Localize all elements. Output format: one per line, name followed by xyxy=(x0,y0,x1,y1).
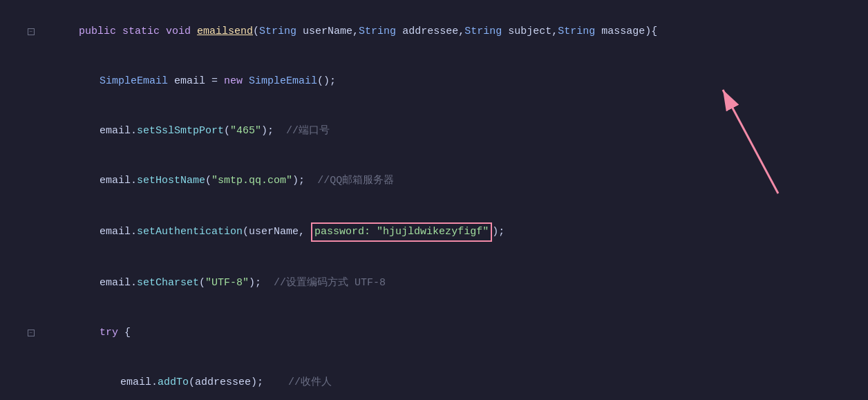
code-line-4: email.setHostName("smtp.qq.com"); //QQ邮箱… xyxy=(0,156,868,206)
brace-open-try: { xyxy=(124,327,131,339)
gutter-1: − xyxy=(14,28,41,35)
comment-port: //端口号 xyxy=(286,125,330,137)
close-1: ); xyxy=(261,125,286,137)
method-setcharset: setCharset xyxy=(137,277,199,289)
type-simpleemail-2: SimpleEmail xyxy=(249,75,317,87)
method-name-emailsend: emailsend xyxy=(197,26,253,37)
kw-try: try xyxy=(100,327,124,339)
str-smtp: "smtp.qq.com" xyxy=(211,175,292,187)
email-ref-1: email. xyxy=(100,125,137,137)
var-decl: email = xyxy=(168,75,224,87)
gutter-7: − xyxy=(14,330,41,336)
code-line-6: email.setCharset("UTF-8"); //设置编码方式 UTF-… xyxy=(0,258,868,308)
type-string-1: String xyxy=(259,26,296,37)
fold-icon-7: − xyxy=(28,330,35,336)
str-utf8: "UTF-8" xyxy=(205,277,249,289)
paren-3: (userName, xyxy=(243,226,311,238)
line-content-1: public static void emailsend(String user… xyxy=(41,7,868,57)
code-line-2: SimpleEmail email = new SimpleEmail(); xyxy=(0,57,868,106)
code-line-5: email.setAuthentication(userName, passwo… xyxy=(0,206,868,258)
email-ref-4: email. xyxy=(100,277,137,289)
type-string-4: String xyxy=(558,26,595,37)
email-ref-5: email. xyxy=(120,377,158,388)
code-line-1: − public static void emailsend(String us… xyxy=(0,7,868,57)
keyword-public: public static void xyxy=(79,26,197,37)
line-content-7: try { xyxy=(41,308,868,358)
method-sethostname: setHostName xyxy=(137,175,205,187)
type-string-2: String xyxy=(359,26,396,37)
paren-1: ( xyxy=(224,125,230,137)
kw-new: new xyxy=(224,75,249,87)
fold-icon-1: − xyxy=(28,28,35,35)
type-simpleemail-1: SimpleEmail xyxy=(100,75,168,87)
param-addressee: addressee, xyxy=(396,26,464,37)
email-ref-3: email. xyxy=(100,226,137,238)
password-text: password: "hjujldwikezyfigf" xyxy=(314,226,489,238)
param-username: userName, xyxy=(296,26,359,37)
close-3: ); xyxy=(492,226,504,238)
line-content-4: email.setHostName("smtp.qq.com"); //QQ邮箱… xyxy=(41,156,868,206)
code-editor: − public static void emailsend(String us… xyxy=(0,0,868,400)
paren-2: ( xyxy=(205,175,211,187)
type-string-3: String xyxy=(464,26,502,37)
constructor-call: (); xyxy=(317,75,336,87)
param-massage: massage){ xyxy=(595,26,657,37)
param-subject: subject, xyxy=(502,26,558,37)
method-setssl: setSslSmtpPort xyxy=(137,125,224,137)
line-content-3: email.setSslSmtpPort("465"); //端口号 xyxy=(41,106,868,156)
code-line-7: − try { xyxy=(0,308,868,358)
method-addto: addTo xyxy=(158,377,189,388)
password-highlight-box: password: "hjujldwikezyfigf" xyxy=(311,222,492,242)
comment-receiver: //收件人 xyxy=(288,377,332,388)
paren-open: ( xyxy=(253,26,259,37)
code-line-8: email.addTo(addressee); //收件人 xyxy=(0,358,868,400)
email-ref-2: email. xyxy=(100,175,137,187)
str-465: "465" xyxy=(230,125,261,137)
paren-5: (addressee); xyxy=(189,377,288,388)
code-line-3: email.setSslSmtpPort("465"); //端口号 xyxy=(0,106,868,156)
close-2: ); xyxy=(292,175,317,187)
comment-qq: //QQ邮箱服务器 xyxy=(317,175,394,187)
method-setauth: setAuthentication xyxy=(137,226,243,238)
paren-4: ( xyxy=(199,277,205,289)
line-content-2: SimpleEmail email = new SimpleEmail(); xyxy=(41,57,868,106)
line-content-5: email.setAuthentication(userName, passwo… xyxy=(41,206,868,258)
line-content-6: email.setCharset("UTF-8"); //设置编码方式 UTF-… xyxy=(41,258,868,308)
line-content-8: email.addTo(addressee); //收件人 xyxy=(41,358,868,400)
close-4: ); xyxy=(249,277,274,289)
comment-encoding: //设置编码方式 UTF-8 xyxy=(274,277,386,289)
